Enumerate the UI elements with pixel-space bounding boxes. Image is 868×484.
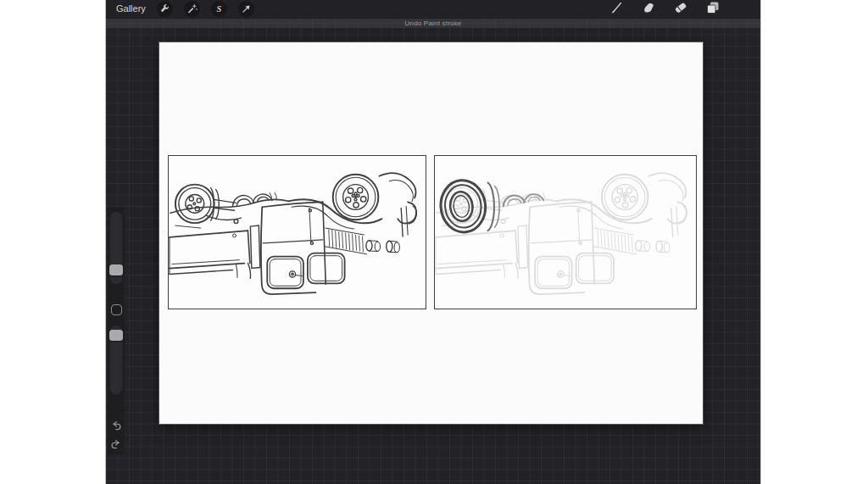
erase-tool-button[interactable]: [674, 1, 687, 17]
gallery-button[interactable]: Gallery: [116, 0, 146, 18]
wrench-icon: [159, 3, 170, 14]
undo-arrow-icon: [110, 420, 122, 434]
selection-button[interactable]: S: [211, 1, 227, 17]
paint-tool-button[interactable]: [609, 1, 623, 17]
layers-icon: [706, 1, 720, 17]
eraser-icon: [674, 1, 687, 17]
toolbar-left-group: Gallery: [106, 0, 254, 18]
undo-toast-message: Undo Paint stroke: [405, 19, 462, 27]
transform-arrow-icon: [241, 3, 252, 14]
sketch-panel-inked[interactable]: [168, 155, 426, 309]
brush-sidebar: [108, 207, 125, 454]
smudge-finger-icon: [642, 1, 655, 17]
redo-button[interactable]: [108, 438, 124, 453]
undo-toast: Undo Paint stroke: [106, 18, 760, 28]
paintbrush-icon: [609, 1, 623, 17]
adjustments-button[interactable]: [184, 1, 200, 17]
upside-down-truck-ink-sketch: [169, 156, 426, 309]
brush-opacity-slider-handle[interactable]: [109, 330, 123, 341]
redo-arrow-icon: [110, 439, 122, 453]
brush-size-slider-handle[interactable]: [109, 264, 123, 275]
smudge-tool-button[interactable]: [642, 1, 655, 17]
undo-button[interactable]: [108, 420, 124, 435]
modify-button[interactable]: [111, 304, 122, 315]
magic-wand-icon: [186, 3, 198, 14]
actions-button[interactable]: [157, 1, 173, 17]
top-toolbar: Gallery: [106, 0, 760, 18]
selection-s-icon: S: [216, 4, 221, 14]
drawing-canvas[interactable]: [159, 42, 703, 424]
layers-button[interactable]: [706, 1, 720, 17]
procreate-app-window: Gallery: [106, 0, 760, 484]
sketch-panel-faint[interactable]: [434, 155, 697, 309]
transform-button[interactable]: [238, 1, 254, 17]
color-swatch[interactable]: [738, 0, 756, 18]
screenshot-page: Gallery: [0, 0, 868, 484]
dark-inked-wheel-overlay: [435, 156, 696, 309]
toolbar-right-group: [609, 0, 760, 18]
